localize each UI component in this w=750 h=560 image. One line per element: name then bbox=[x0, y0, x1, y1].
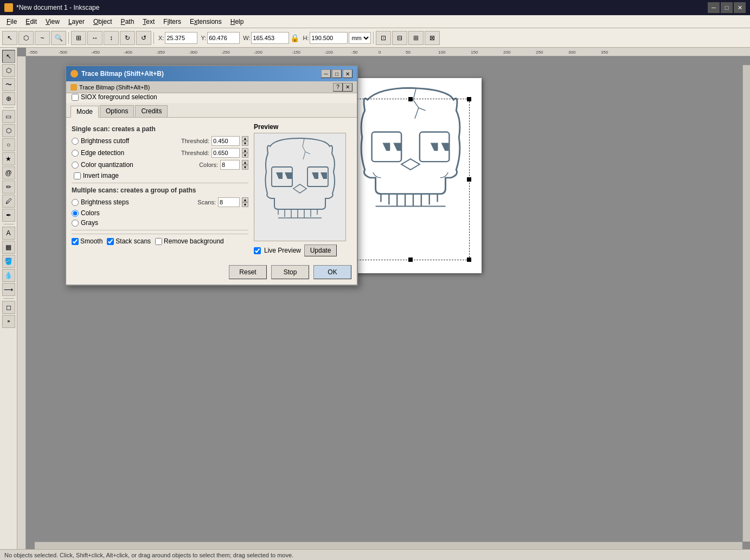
tool-callig[interactable]: ✒ bbox=[2, 209, 15, 222]
toolbar-rot-cw[interactable]: ↻ bbox=[120, 31, 135, 45]
menu-path[interactable]: Path bbox=[117, 17, 139, 27]
siox-checkbox[interactable] bbox=[72, 94, 79, 101]
spin-up-1[interactable]: ▲ bbox=[242, 136, 248, 141]
spin-group-4: ▲ ▼ bbox=[242, 197, 248, 207]
spin-down-3[interactable]: ▼ bbox=[242, 165, 248, 170]
tool-spray[interactable]: ⁍ bbox=[2, 315, 15, 328]
scans-input[interactable] bbox=[218, 197, 240, 207]
grays-radio-label: Grays bbox=[81, 219, 248, 227]
menu-help[interactable]: Help bbox=[226, 17, 248, 27]
toolbar-flip-h[interactable]: ↔ bbox=[87, 31, 102, 45]
menu-layer[interactable]: Layer bbox=[64, 17, 89, 27]
dialog-maximize[interactable]: □ bbox=[332, 69, 342, 78]
tool-connect[interactable]: ⟶ bbox=[2, 283, 15, 296]
tab-credits[interactable]: Credits bbox=[135, 105, 168, 117]
tool-pen[interactable]: 🖊 bbox=[2, 195, 15, 208]
stack-scans-checkbox[interactable] bbox=[107, 238, 114, 245]
invert-image-checkbox[interactable] bbox=[74, 172, 81, 179]
h-input[interactable] bbox=[310, 32, 348, 44]
menu-text[interactable]: Text bbox=[138, 17, 159, 27]
colors-radio[interactable] bbox=[72, 210, 79, 217]
update-button[interactable]: Update bbox=[304, 244, 337, 256]
toolbar-flip-v[interactable]: ↕ bbox=[104, 31, 119, 45]
menu-edit[interactable]: Edit bbox=[21, 17, 41, 27]
transform-btn-4[interactable]: ⊠ bbox=[425, 31, 440, 45]
scrollbar-horizontal[interactable] bbox=[35, 542, 742, 549]
grays-radio[interactable] bbox=[72, 220, 79, 227]
tool-select[interactable]: ↖ bbox=[2, 50, 15, 63]
stop-button[interactable]: Stop bbox=[271, 265, 309, 279]
handle-tm[interactable] bbox=[408, 97, 413, 101]
menu-view[interactable]: View bbox=[41, 17, 64, 27]
edge-detection-label: Edge detection bbox=[81, 149, 179, 157]
dialog-minimize[interactable]: ─ bbox=[321, 69, 331, 78]
toolbar-zoom[interactable]: 🔍 bbox=[51, 31, 66, 45]
tool-ellipse[interactable]: ○ bbox=[2, 138, 15, 151]
maximize-button[interactable]: □ bbox=[721, 2, 733, 13]
tool-zoom[interactable]: ⊕ bbox=[2, 92, 15, 105]
tab-options[interactable]: Options bbox=[100, 105, 134, 117]
close-button[interactable]: ✕ bbox=[734, 2, 746, 13]
tool-paint[interactable]: 🪣 bbox=[2, 255, 15, 268]
menu-extensions[interactable]: Extensions bbox=[185, 17, 226, 27]
brightness-cutoff-radio[interactable] bbox=[72, 138, 79, 145]
menu-filters[interactable]: Filters bbox=[159, 17, 185, 27]
y-input[interactable] bbox=[207, 32, 240, 44]
tool-gradient[interactable]: ▦ bbox=[2, 241, 15, 254]
tool-eyedrop[interactable]: 💧 bbox=[2, 269, 15, 282]
sep1 bbox=[68, 32, 69, 44]
toolbar-select[interactable]: ↖ bbox=[2, 31, 17, 45]
toolbar-tweak[interactable]: ~ bbox=[35, 31, 50, 45]
threshold-input-2[interactable] bbox=[211, 148, 240, 158]
remove-bg-checkbox[interactable] bbox=[155, 238, 162, 245]
tool-tweak[interactable]: 〜 bbox=[2, 78, 15, 91]
live-preview-checkbox[interactable] bbox=[254, 247, 261, 254]
tool-text[interactable]: A bbox=[2, 227, 15, 240]
spin-down-2[interactable]: ▼ bbox=[242, 153, 248, 158]
brightness-steps-row: Brightness steps Scans: ▲ ▼ bbox=[72, 197, 248, 207]
tab-mode[interactable]: Mode bbox=[70, 106, 99, 118]
tool-spiral[interactable]: @ bbox=[2, 166, 15, 179]
handle-tr[interactable] bbox=[467, 97, 471, 101]
smooth-checkbox[interactable] bbox=[72, 238, 79, 245]
dialog-inner-help[interactable]: ? bbox=[333, 83, 343, 92]
colors-input[interactable] bbox=[220, 160, 240, 170]
unit-select[interactable]: mm px in cm bbox=[349, 32, 371, 44]
tool-node[interactable]: ⬡ bbox=[2, 64, 15, 77]
brightness-steps-radio[interactable] bbox=[72, 199, 79, 206]
tab-bar: Mode Options Credits bbox=[66, 103, 357, 118]
handle-mr[interactable] bbox=[467, 177, 471, 182]
reset-button[interactable]: Reset bbox=[229, 265, 267, 279]
spin-down-1[interactable]: ▼ bbox=[242, 141, 248, 146]
w-input[interactable] bbox=[251, 32, 289, 44]
toolbar-rot-ccw[interactable]: ↺ bbox=[136, 31, 151, 45]
menu-object[interactable]: Object bbox=[89, 17, 117, 27]
tool-star[interactable]: ★ bbox=[2, 152, 15, 165]
toolbar-align[interactable]: ⊞ bbox=[71, 31, 86, 45]
spin-up-4[interactable]: ▲ bbox=[242, 197, 248, 202]
toolbar-node[interactable]: ⬡ bbox=[18, 31, 34, 45]
tool-3d[interactable]: ⬡ bbox=[2, 124, 15, 137]
color-quantization-radio[interactable] bbox=[72, 162, 79, 169]
tool-eraser[interactable]: ◻ bbox=[2, 301, 15, 314]
transform-btn-2[interactable]: ⊟ bbox=[392, 31, 407, 45]
scrollbar-vertical[interactable] bbox=[742, 65, 750, 542]
spin-down-4[interactable]: ▼ bbox=[242, 202, 248, 207]
spin-up-2[interactable]: ▲ bbox=[242, 148, 248, 153]
handle-br[interactable] bbox=[467, 258, 471, 262]
spin-up-3[interactable]: ▲ bbox=[242, 160, 248, 165]
menu-file[interactable]: File bbox=[2, 17, 21, 27]
edge-detection-radio[interactable] bbox=[72, 150, 79, 157]
x-input[interactable] bbox=[165, 32, 197, 44]
threshold-input-1[interactable] bbox=[211, 136, 240, 146]
scans-row: Scans: ▲ ▼ bbox=[197, 197, 248, 207]
transform-btn-3[interactable]: ⊞ bbox=[408, 31, 424, 45]
transform-btn-1[interactable]: ⊡ bbox=[376, 31, 391, 45]
handle-bm[interactable] bbox=[408, 258, 413, 262]
ok-button[interactable]: OK bbox=[313, 265, 351, 279]
dialog-close[interactable]: ✕ bbox=[343, 69, 352, 78]
minimize-button[interactable]: ─ bbox=[708, 2, 720, 13]
tool-rect[interactable]: ▭ bbox=[2, 110, 15, 123]
dialog-inner-close2[interactable]: ✕ bbox=[343, 83, 352, 92]
tool-pencil[interactable]: ✏ bbox=[2, 181, 15, 194]
